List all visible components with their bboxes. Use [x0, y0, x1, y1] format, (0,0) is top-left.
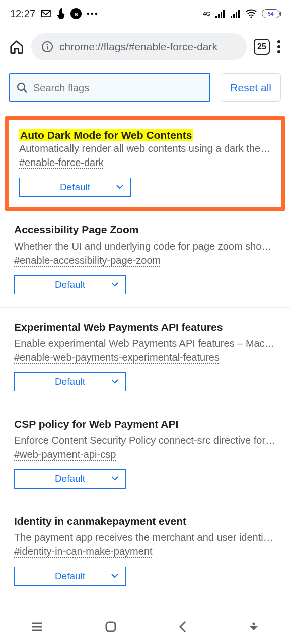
flag-card: Accessibility Page Zoom Whether the UI a… [0, 211, 290, 308]
flag-select[interactable]: Default [14, 372, 126, 391]
chevron-down-icon [111, 574, 118, 579]
svg-point-16 [277, 45, 280, 48]
svg-line-19 [24, 90, 27, 93]
flag-desc: Whether the UI and underlying code for p… [14, 239, 276, 254]
system-nav-bar [0, 609, 290, 644]
chevron-down-icon [111, 282, 118, 287]
flag-card-highlighted: Auto Dark Mode for Web Contents Automati… [5, 116, 285, 211]
flag-card: Identity in canmakepayment event The pay… [0, 502, 290, 599]
svg-point-13 [47, 44, 48, 45]
chevron-down-icon [116, 185, 123, 190]
flag-select-value: Default [55, 279, 85, 290]
flag-select[interactable]: Default [14, 567, 126, 586]
info-icon [41, 41, 53, 53]
svg-point-11 [250, 16, 252, 18]
svg-rect-5 [221, 12, 222, 18]
flag-select-value: Default [55, 376, 85, 387]
flag-anchor[interactable]: #enable-web-payments-experimental-featur… [14, 352, 220, 363]
home-icon[interactable] [9, 39, 24, 54]
search-input-wrapper[interactable] [9, 73, 210, 102]
svg-rect-9 [236, 12, 237, 18]
chevron-down-icon [111, 379, 118, 384]
chevron-down-icon [111, 476, 118, 481]
status-bar: 12:27 s 4G 54 [0, 0, 290, 27]
search-input[interactable] [33, 82, 203, 94]
flag-title: Identity in canmakepayment event [14, 515, 276, 527]
url-bar[interactable]: chrome://flags/#enable-force-dark [31, 33, 247, 60]
flag-select[interactable]: Default [14, 469, 126, 489]
home-nav-icon[interactable] [105, 621, 116, 632]
status-right: 4G 54 [203, 9, 280, 18]
more-vert-icon[interactable] [277, 40, 281, 54]
gmail-icon [40, 10, 51, 18]
flag-select-value: Default [55, 571, 85, 582]
svg-rect-4 [218, 14, 220, 18]
flag-title: Experimental Web Payments API features [14, 321, 276, 333]
flags-list: Auto Dark Mode for Web Contents Automati… [0, 116, 290, 639]
flag-anchor[interactable]: #enable-accessibility-page-zoom [14, 255, 161, 266]
flag-title: Accessibility Page Zoom [14, 224, 276, 236]
flag-title: Auto Dark Mode for Web Contents [19, 129, 193, 141]
flag-select[interactable]: Default [14, 275, 126, 294]
flag-desc: Automatically render all web contents us… [19, 141, 271, 156]
flag-anchor[interactable]: #identity-in-can-make-payment [14, 546, 153, 557]
svg-point-15 [277, 40, 280, 43]
dropdown-nav-icon[interactable] [249, 622, 259, 631]
svg-rect-10 [238, 10, 240, 18]
app-badge-icon: s [70, 8, 82, 19]
svg-point-0 [87, 13, 89, 15]
svg-rect-8 [233, 14, 235, 18]
touch-icon [56, 8, 65, 19]
flag-desc: Enforce Content Security Policy connect-… [14, 433, 276, 448]
signal-2-icon [231, 10, 241, 18]
svg-rect-7 [231, 16, 232, 18]
svg-rect-6 [223, 10, 225, 18]
network-type: 4G [203, 11, 210, 17]
wifi-icon [246, 9, 257, 18]
svg-point-24 [253, 622, 255, 625]
svg-rect-23 [106, 622, 115, 631]
flag-select-value: Default [55, 473, 85, 485]
flag-desc: Enable experimental Web Payments API fea… [14, 336, 276, 351]
flag-anchor[interactable]: #enable-force-dark [19, 157, 104, 169]
svg-point-18 [18, 83, 25, 90]
status-left: 12:27 s [10, 8, 98, 20]
signal-1-icon [215, 10, 226, 18]
reset-all-button[interactable]: Reset all [221, 73, 281, 102]
svg-rect-14 [47, 46, 48, 49]
flag-select[interactable]: Default [19, 178, 131, 197]
flag-card: CSP policy for Web Payment API Enforce C… [0, 405, 290, 502]
flag-desc: The payment app receives the merchant an… [14, 530, 276, 545]
battery-pct: 54 [268, 11, 273, 17]
flag-title: CSP policy for Web Payment API [14, 418, 276, 430]
flag-anchor[interactable]: #web-payment-api-csp [14, 449, 116, 460]
svg-rect-3 [215, 16, 217, 18]
url-text: chrome://flags/#enable-force-dark [59, 41, 218, 53]
flags-toolbar: Reset all [0, 66, 290, 109]
svg-point-2 [95, 13, 97, 15]
flag-card: Experimental Web Payments API features E… [0, 308, 290, 405]
search-icon [16, 82, 28, 94]
back-nav-icon[interactable] [179, 621, 187, 633]
svg-point-17 [277, 50, 280, 53]
more-horiz-icon [87, 12, 98, 15]
browser-toolbar: chrome://flags/#enable-force-dark 25 [0, 27, 290, 66]
battery-icon: 54 [262, 9, 280, 18]
flag-select-value: Default [60, 182, 90, 193]
svg-point-1 [91, 13, 93, 15]
recents-icon[interactable] [31, 622, 43, 632]
clock: 12:27 [10, 8, 35, 20]
tab-switcher[interactable]: 25 [254, 39, 270, 55]
